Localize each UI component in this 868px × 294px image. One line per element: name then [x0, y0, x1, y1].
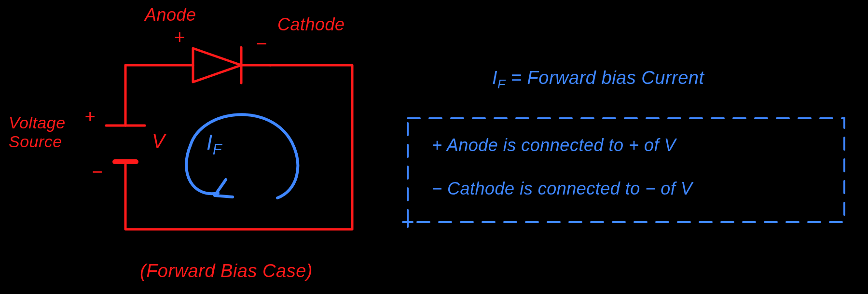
- diode-triangle: [193, 48, 241, 82]
- voltage-plus-sign: +: [84, 106, 96, 127]
- definition-symbol-sub: F: [497, 77, 506, 91]
- forward-bias-title: (Forward Bias Case): [140, 261, 313, 281]
- diagram-stage: VoltageSource + − V Anode + Cathode − (F…: [0, 0, 868, 294]
- notes-box-corner-mark: [403, 217, 413, 227]
- current-loop-arrow: [186, 114, 298, 198]
- notes-box: [408, 118, 844, 222]
- anode-label: Anode: [145, 5, 196, 25]
- definition-text: = Forward bias Current: [506, 68, 704, 88]
- anode-sign: +: [174, 27, 185, 48]
- cathode-label: Cathode: [277, 14, 345, 35]
- voltage-symbol: V: [152, 130, 165, 152]
- voltage-source-label: VoltageSource: [9, 113, 66, 151]
- definition-symbol-main: I: [492, 68, 497, 88]
- cathode-sign: −: [256, 33, 267, 55]
- note-line-2: − Cathode is connected to − of V: [432, 179, 692, 199]
- voltage-minus-sign: −: [92, 162, 103, 182]
- current-loop-arrowhead: [215, 180, 233, 197]
- current-symbol: IF: [207, 130, 222, 158]
- current-symbol-sub: F: [213, 141, 222, 158]
- definition-line: IF = Forward bias Current: [492, 68, 704, 92]
- current-symbol-main: I: [207, 130, 213, 154]
- note-line-1: + Anode is connected to + of V: [432, 135, 676, 155]
